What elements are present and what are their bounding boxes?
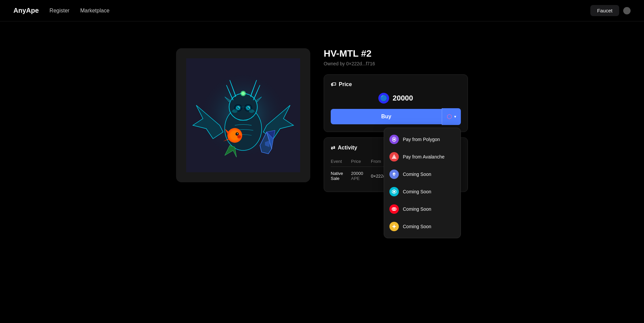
logo: AnyApe (13, 7, 39, 14)
svg-point-16 (249, 110, 254, 113)
svg-point-24 (237, 135, 241, 138)
chain-icon: ⬡ (447, 113, 452, 120)
eth-label: Coming Soon (403, 172, 431, 177)
price-label: Price (339, 81, 352, 87)
svg-point-22 (237, 133, 238, 134)
price-header: 🏷 Price (331, 81, 461, 87)
op-label: Coming Soon (403, 206, 431, 212)
dropdown-item-bsc[interactable]: Coming Soon (384, 218, 461, 235)
svg-point-15 (232, 110, 237, 113)
navbar: AnyApe Register Marketplace Faucet (0, 0, 644, 21)
svg-point-35 (393, 225, 395, 228)
dropdown-item-imt[interactable]: Coming Soon (384, 183, 461, 200)
price-row: 🔵 20000 (331, 93, 461, 104)
chevron-down-icon: ▾ (454, 114, 456, 119)
avalanche-icon (389, 152, 399, 162)
nft-owner: Owned by 0×222d...f716 (324, 61, 468, 66)
nav-register[interactable]: Register (50, 8, 70, 14)
chain-select-button[interactable]: ⬡ ▾ (442, 108, 461, 125)
faucet-button[interactable]: Faucet (590, 5, 619, 16)
polygon-icon (389, 135, 399, 144)
nft-illustration (186, 58, 300, 172)
theme-toggle[interactable] (623, 7, 631, 14)
activity-price: 20000 (351, 171, 363, 176)
buy-button[interactable]: Buy (331, 109, 442, 124)
svg-rect-34 (395, 226, 396, 227)
dropdown-item-eth[interactable]: Coming Soon (384, 166, 461, 183)
buy-row: Buy ⬡ ▾ Pay from Polygon (331, 108, 461, 125)
right-panel: HV-MTL #2 Owned by 0×222d...f716 🏷 Price… (324, 48, 468, 192)
dropdown-item-avalanche[interactable]: Pay from Avalanche (384, 148, 461, 166)
svg-rect-31 (394, 224, 394, 225)
tag-icon: 🏷 (331, 81, 336, 87)
main-content: HV-MTL #2 Owned by 0×222d...f716 🏷 Price… (0, 21, 644, 205)
dropdown-item-op[interactable]: Coming Soon (384, 200, 461, 218)
op-icon (389, 204, 399, 214)
imt-icon (389, 187, 399, 196)
svg-point-27 (241, 92, 245, 95)
event-line1: Native (331, 171, 343, 176)
svg-rect-33 (392, 226, 393, 227)
nav-right: Faucet (590, 5, 631, 16)
svg-point-28 (393, 191, 395, 193)
nav-marketplace[interactable]: Marketplace (80, 8, 109, 14)
svg-point-14 (249, 107, 250, 108)
dropdown-item-polygon[interactable]: Pay from Polygon (384, 131, 461, 148)
price-value: 20000 (392, 94, 413, 103)
svg-rect-32 (394, 228, 394, 229)
eth-icon (389, 170, 399, 179)
avalanche-label: Pay from Avalanche (403, 154, 444, 159)
event-line2: Sale (331, 176, 339, 181)
nft-title: HV-MTL #2 (324, 48, 468, 59)
activity-label: Activity (338, 145, 357, 151)
event-cell: Native Sale (331, 167, 351, 185)
bsc-icon (389, 222, 399, 231)
polygon-label: Pay from Polygon (403, 137, 440, 142)
activity-arrows-icon: ⇄ (331, 144, 335, 151)
token-icon: 🔵 (378, 93, 389, 104)
chain-dropdown: Pay from Polygon Pay from Avalanche (384, 128, 461, 238)
bsc-label: Coming Soon (403, 224, 431, 229)
imt-label: Coming Soon (403, 189, 431, 194)
nft-image-container (176, 48, 310, 182)
activity-price-unit: APE (351, 176, 360, 181)
price-card: 🏷 Price 🔵 20000 Buy ⬡ ▾ (324, 74, 468, 132)
col-price: Price (351, 156, 371, 167)
col-event: Event (331, 156, 351, 167)
price-cell: 20000 APE (351, 167, 371, 185)
